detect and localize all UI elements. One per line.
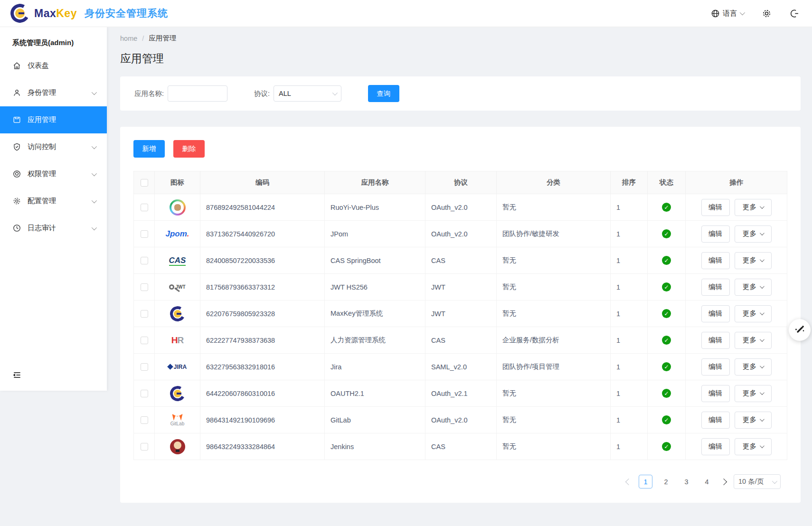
app-protocol: CAS	[425, 433, 497, 460]
edit-button[interactable]: 编辑	[701, 385, 730, 402]
protocol-select-value: ALL	[279, 90, 291, 97]
edit-button[interactable]: 编辑	[701, 199, 730, 216]
edit-button[interactable]: 编辑	[701, 252, 730, 269]
chevron-down-icon	[760, 337, 765, 342]
more-button[interactable]: 更多	[735, 305, 772, 322]
edit-button[interactable]: 编辑	[701, 438, 730, 455]
column-header: 编码	[200, 171, 325, 194]
edit-button[interactable]: 编辑	[701, 358, 730, 376]
brand-title: MaxKey	[34, 7, 77, 20]
app-name: OAUTH2.1	[325, 380, 425, 407]
more-button[interactable]: 更多	[735, 225, 772, 243]
app-sort: 1	[611, 327, 648, 354]
table-row: JWT817568793663373312JWT HS256JWT暂无1✓编辑更…	[134, 274, 787, 301]
pagination-prev-icon[interactable]	[625, 478, 632, 485]
app-icon-cell: Jpom.	[163, 225, 192, 244]
pagination-page-1[interactable]: 1	[639, 475, 652, 488]
row-checkbox[interactable]	[141, 390, 148, 397]
sidebar-item-config[interactable]: 配置管理	[0, 188, 107, 215]
app-category: 暂无	[497, 433, 611, 460]
row-actions: 编辑更多	[686, 301, 787, 327]
language-switcher[interactable]: 语言	[711, 9, 744, 18]
sidebar-item-label: 仪表盘	[28, 61, 95, 70]
more-button[interactable]: 更多	[735, 279, 772, 296]
sidebar-item-access[interactable]: 访问控制	[0, 133, 107, 160]
row-checkbox[interactable]	[141, 363, 148, 371]
sidebar: 系统管理员(admin) 仪表盘身份管理应用管理访问控制权限管理配置管理日志审计	[0, 27, 107, 391]
app-icon-cell	[163, 437, 192, 456]
app-code: 622227747938373638	[200, 327, 325, 354]
column-header: 操作	[686, 171, 787, 194]
sidebar-item-audit[interactable]: 日志审计	[0, 215, 107, 242]
sidebar-item-home[interactable]: 仪表盘	[0, 52, 107, 79]
edit-button[interactable]: 编辑	[701, 332, 730, 349]
app-code: 876892492581044224	[200, 194, 325, 221]
row-checkbox[interactable]	[141, 310, 148, 318]
sidebar-menu: 仪表盘身份管理应用管理访问控制权限管理配置管理日志审计	[0, 52, 107, 242]
pagination-page-2[interactable]: 2	[659, 475, 673, 488]
chevron-down-icon	[760, 257, 765, 262]
more-button[interactable]: 更多	[735, 332, 772, 349]
sidebar-collapse-button[interactable]	[0, 362, 107, 391]
more-button[interactable]: 更多	[735, 385, 772, 402]
more-button[interactable]: 更多	[735, 412, 772, 429]
sidebar-item-permission[interactable]: 权限管理	[0, 160, 107, 188]
app-sort: 1	[611, 354, 648, 380]
edit-button[interactable]: 编辑	[701, 305, 730, 322]
edit-button[interactable]: 编辑	[701, 412, 730, 429]
app-category: 暂无	[497, 247, 611, 274]
row-checkbox[interactable]	[141, 257, 148, 264]
more-button[interactable]: 更多	[735, 199, 772, 216]
row-checkbox[interactable]	[141, 337, 148, 344]
maxkey-logo-icon	[170, 306, 185, 321]
app-code: 622076759805923328	[200, 301, 325, 327]
breadcrumb-home-link[interactable]: home	[120, 35, 137, 42]
query-button[interactable]: 查询	[368, 85, 399, 102]
more-button[interactable]: 更多	[735, 252, 772, 269]
row-checkbox[interactable]	[141, 416, 148, 424]
chevron-down-icon	[760, 310, 765, 315]
sidebar-item-identity[interactable]: 身份管理	[0, 79, 107, 106]
page-size-select[interactable]: 10 条/页	[734, 474, 781, 489]
app-name-input[interactable]	[168, 85, 227, 102]
column-header: 协议	[425, 171, 497, 194]
row-checkbox[interactable]	[141, 283, 148, 291]
logout-button[interactable]	[790, 9, 800, 19]
app-category: 企业服务/数据分析	[497, 327, 611, 354]
protocol-select[interactable]: ALL	[274, 85, 341, 102]
pagination-page-3[interactable]: 3	[680, 475, 693, 488]
status-enabled-icon: ✓	[662, 415, 671, 424]
app-protocol: OAuth_v2.1	[425, 380, 497, 407]
maxkey-logo-icon	[10, 4, 29, 23]
table-panel: 新增 删除 图标编码应用名称协议分类排序状态操作 876892492581044…	[120, 127, 801, 503]
row-checkbox[interactable]	[141, 204, 148, 211]
pagination-page-4[interactable]: 4	[700, 475, 714, 488]
app-protocol: JWT	[425, 301, 497, 327]
header-checkbox-cell	[134, 171, 155, 194]
more-button[interactable]: 更多	[735, 358, 772, 376]
settings-button[interactable]	[762, 9, 772, 19]
app-name-label: 应用名称:	[134, 89, 164, 98]
status-enabled-icon: ✓	[662, 309, 671, 318]
app-protocol: CAS	[425, 247, 497, 274]
column-header: 应用名称	[325, 171, 425, 194]
sidebar-item-label: 配置管理	[28, 197, 92, 206]
chevron-down-icon	[760, 417, 765, 422]
row-checkbox[interactable]	[141, 230, 148, 238]
app-code: 986432249333284864	[200, 433, 325, 460]
add-button[interactable]: 新增	[133, 140, 165, 158]
row-checkbox[interactable]	[141, 443, 148, 451]
edit-button[interactable]: 编辑	[701, 225, 730, 243]
pagination-next-icon[interactable]	[720, 478, 727, 485]
sidebar-item-app[interactable]: 应用管理	[0, 106, 107, 133]
more-button[interactable]: 更多	[735, 438, 772, 455]
delete-button[interactable]: 删除	[173, 140, 205, 158]
app-category: 团队协作/项目管理	[497, 354, 611, 380]
column-header: 状态	[648, 171, 686, 194]
floating-assistant-button[interactable]	[789, 319, 811, 341]
select-all-checkbox[interactable]	[141, 179, 148, 187]
edit-button[interactable]: 编辑	[701, 279, 730, 296]
sidebar-item-label: 权限管理	[28, 169, 92, 178]
chevron-down-icon	[760, 443, 765, 448]
app-category: 暂无	[497, 407, 611, 433]
